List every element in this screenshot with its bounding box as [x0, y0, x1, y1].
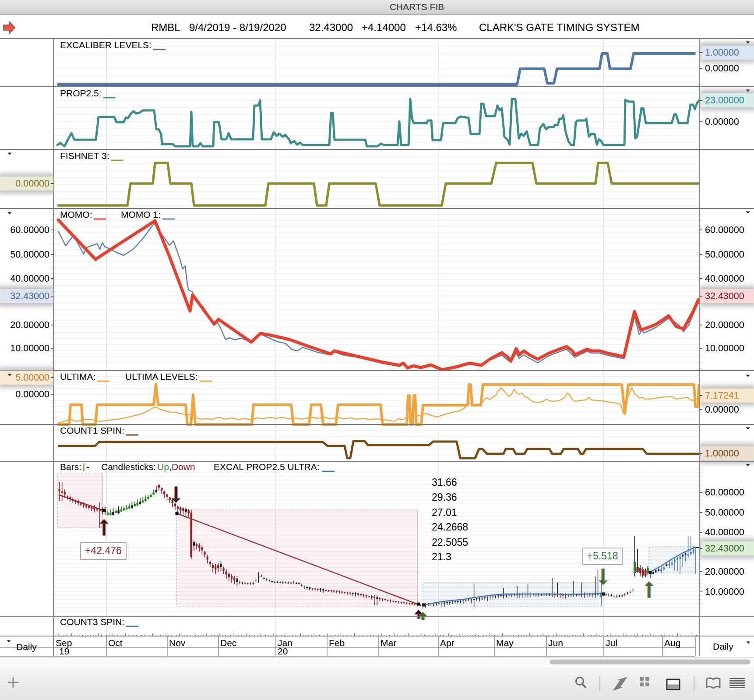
- svg-text:Dec: Dec: [220, 638, 236, 648]
- svg-text:50.00000: 50.00000: [705, 249, 744, 260]
- svg-text:Jul: Jul: [606, 638, 617, 648]
- svg-text:20: 20: [278, 646, 288, 656]
- svg-text:MOMO:: MOMO:: [60, 209, 92, 219]
- svg-text:50.00000: 50.00000: [705, 507, 744, 518]
- svg-text:ULTIMA LEVELS:: ULTIMA LEVELS:: [125, 371, 197, 382]
- svg-text:27.01: 27.01: [432, 507, 457, 518]
- svg-text:,: ,: [169, 462, 172, 472]
- svg-text:PROP2.5:: PROP2.5:: [60, 88, 102, 98]
- svg-text:40.00000: 40.00000: [705, 527, 744, 537]
- svg-text:10.00000: 10.00000: [10, 343, 49, 354]
- svg-text:Feb: Feb: [329, 638, 345, 648]
- svg-text:FISHNET 3:: FISHNET 3:: [60, 151, 109, 161]
- svg-text:60.00000: 60.00000: [705, 225, 744, 235]
- svg-text:COUNT1 SPIN:: COUNT1 SPIN:: [60, 425, 124, 435]
- svg-text:+5.518: +5.518: [587, 550, 618, 562]
- svg-text:32.43000: 32.43000: [705, 543, 744, 554]
- svg-text:20.00000: 20.00000: [10, 320, 49, 330]
- svg-text:Jun: Jun: [548, 638, 563, 648]
- svg-text:Oct: Oct: [108, 638, 123, 648]
- svg-text:Up: Up: [157, 462, 169, 472]
- svg-text:40.00000: 40.00000: [705, 273, 744, 284]
- svg-text:CLARK'S GATE TIMING SYSTEM: CLARK'S GATE TIMING SYSTEM: [479, 21, 639, 33]
- svg-text:+14.63%: +14.63%: [415, 21, 457, 33]
- svg-text:RMBL: RMBL: [151, 21, 180, 33]
- svg-text:Aug: Aug: [664, 638, 680, 648]
- svg-text:0.00000: 0.00000: [705, 117, 739, 127]
- svg-text:31.66: 31.66: [432, 477, 457, 488]
- svg-text:ULTIMA:: ULTIMA:: [60, 371, 95, 382]
- svg-text:32.43000: 32.43000: [309, 21, 353, 33]
- svg-text:+42.476: +42.476: [85, 545, 122, 556]
- svg-text:24.2668: 24.2668: [432, 521, 468, 533]
- svg-text:Bars:: Bars:: [60, 462, 81, 472]
- svg-text:Apr: Apr: [440, 638, 455, 648]
- svg-text:MOMO 1:: MOMO 1:: [121, 209, 161, 219]
- svg-text:10.00000: 10.00000: [705, 343, 744, 354]
- svg-text:32.43000: 32.43000: [10, 291, 49, 301]
- svg-text:1.00000: 1.00000: [705, 448, 739, 459]
- svg-text:32.43000: 32.43000: [705, 291, 744, 301]
- svg-text:23.00000: 23.00000: [705, 95, 744, 106]
- svg-text:Nov: Nov: [169, 638, 186, 648]
- svg-text:+4.14000: +4.14000: [362, 21, 406, 33]
- svg-text:50.00000: 50.00000: [10, 249, 49, 260]
- svg-text:EXCALIBER LEVELS:: EXCALIBER LEVELS:: [60, 40, 152, 50]
- svg-text:May: May: [496, 638, 514, 648]
- svg-text:CHARTS FIB: CHARTS FIB: [390, 2, 444, 12]
- svg-text:COUNT3 SPIN:: COUNT3 SPIN:: [60, 617, 124, 627]
- svg-text:5.00000: 5.00000: [15, 372, 49, 383]
- svg-text:Down: Down: [172, 462, 195, 472]
- svg-text:20.00000: 20.00000: [705, 566, 744, 577]
- svg-text:0.00000: 0.00000: [15, 389, 49, 399]
- svg-text:1.00000: 1.00000: [705, 47, 739, 58]
- svg-text:19: 19: [59, 646, 69, 656]
- svg-text:22.5055: 22.5055: [432, 537, 468, 548]
- svg-text:Daily: Daily: [16, 642, 37, 652]
- svg-text:Candlesticks:: Candlesticks:: [101, 462, 156, 472]
- svg-text:20.00000: 20.00000: [705, 320, 744, 330]
- svg-text:0.00000: 0.00000: [705, 63, 739, 74]
- svg-text:0.00000: 0.00000: [705, 404, 739, 415]
- svg-text:0.00000: 0.00000: [15, 178, 49, 189]
- svg-text:40.00000: 40.00000: [10, 273, 49, 284]
- svg-text:Mar: Mar: [381, 638, 396, 648]
- svg-text:Daily: Daily: [713, 641, 733, 651]
- svg-text:60.00000: 60.00000: [705, 487, 744, 498]
- svg-text:7.17241: 7.17241: [705, 390, 739, 401]
- svg-text:10.00000: 10.00000: [705, 587, 744, 597]
- svg-text:29.36: 29.36: [432, 491, 457, 503]
- svg-text:21.3: 21.3: [432, 551, 451, 562]
- svg-text:9/4/2019 - 8/19/2020: 9/4/2019 - 8/19/2020: [189, 21, 286, 33]
- svg-text:EXCAL PROP2.5 ULTRA:: EXCAL PROP2.5 ULTRA:: [214, 462, 320, 472]
- svg-text:60.00000: 60.00000: [10, 225, 49, 235]
- svg-text:-: -: [86, 462, 89, 472]
